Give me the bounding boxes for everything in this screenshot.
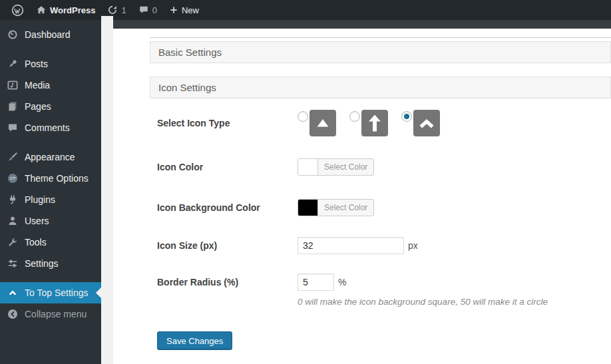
icon-background-color-button-label: Select Color	[318, 200, 373, 216]
users-icon	[7, 216, 19, 227]
icon-type-option-chevron	[401, 110, 440, 136]
triangle-up-icon-preview	[309, 110, 336, 136]
basic-settings-header[interactable]: Basic Settings	[150, 41, 611, 63]
home-icon	[36, 5, 47, 15]
sidebar-item-label: Posts	[25, 59, 48, 69]
sidebar-item-label: Settings	[25, 258, 59, 269]
icon-background-color-swatch	[298, 200, 318, 216]
adminbar-site-link[interactable]: WordPress	[30, 0, 101, 20]
posts-pin-icon	[7, 59, 19, 70]
save-changes-button[interactable]: Save Changes	[157, 331, 232, 350]
sidebar-item-label: Comments	[25, 122, 70, 133]
icon-size-input[interactable]	[298, 237, 404, 254]
collapse-arrow-icon	[7, 309, 19, 320]
adminbar-comments[interactable]: 0	[132, 0, 163, 20]
icon-color-picker-button[interactable]: Select Color	[298, 158, 374, 176]
sidebar-item-label: Pages	[25, 101, 51, 112]
chevron-up-icon	[7, 287, 19, 299]
admin-bar: WordPress 1 0 New	[0, 0, 611, 20]
icon-type-radio-chevron[interactable]	[401, 111, 412, 122]
sidebar-item-to-top-settings[interactable]: To Top Settings	[0, 282, 101, 303]
basic-settings-title: Basic Settings	[158, 47, 222, 58]
new-label: New	[182, 5, 199, 15]
sidebar-item-label: Tools	[25, 237, 47, 248]
border-radius-label: Border Radius (%)	[157, 273, 298, 287]
chevron-up-icon-preview	[413, 110, 440, 136]
accordion-top-border	[150, 37, 611, 38]
wordpress-admin-screen: WordPress 1 0 New Dashboard	[0, 0, 611, 364]
admin-sidebar-menu: Dashboard Posts Media Pages Comments	[0, 20, 101, 364]
border-radius-input[interactable]	[298, 273, 334, 291]
icon-size-suffix: px	[408, 240, 418, 251]
sidebar-item-posts[interactable]: Posts	[0, 53, 101, 75]
icon-settings-title: Icon Settings	[158, 82, 216, 93]
icon-settings-form: Select Icon Type	[157, 110, 611, 350]
icon-settings-header[interactable]: Icon Settings	[150, 77, 611, 98]
pages-icon	[7, 101, 19, 112]
icon-color-row: Icon Color Select Color	[157, 158, 611, 176]
plugins-plug-icon	[7, 194, 19, 206]
sidebar-item-tools[interactable]: Tools	[0, 232, 101, 253]
border-radius-hint: 0 will make the icon background square, …	[298, 297, 548, 307]
icon-type-radio-triangle[interactable]	[298, 111, 308, 122]
sidebar-item-dashboard[interactable]: Dashboard	[0, 24, 101, 45]
sidebar-item-label: Media	[25, 80, 50, 91]
sidebar-item-label: Plugins	[25, 194, 55, 205]
select-icon-type-row: Select Icon Type	[157, 110, 611, 136]
menu-separator	[0, 138, 101, 146]
tools-wrench-icon	[7, 237, 19, 248]
plus-icon	[169, 5, 178, 15]
settings-sliders-icon	[7, 258, 19, 270]
icon-background-color-row: Icon Background Color Select Color	[157, 199, 611, 216]
icon-type-option-triangle	[298, 110, 336, 136]
sidebar-item-plugins[interactable]: Plugins	[0, 189, 101, 210]
adminbar-wp-logo[interactable]	[5, 0, 30, 20]
sidebar-item-users[interactable]: Users	[0, 210, 101, 232]
comments-icon	[7, 122, 19, 134]
icon-background-color-picker-button[interactable]: Select Color	[298, 199, 374, 216]
site-name: WordPress	[50, 5, 95, 15]
sidebar-item-theme-options[interactable]: CT Theme Options	[0, 168, 101, 189]
sidebar-item-media[interactable]: Media	[0, 75, 101, 96]
icon-type-options	[298, 110, 440, 136]
sidebar-item-label: Theme Options	[25, 173, 89, 184]
adminbar-new[interactable]: New	[163, 0, 205, 20]
collapse-menu-button[interactable]: Collapse menu	[0, 303, 101, 325]
settings-page: Basic Settings Icon Settings Select Icon…	[113, 20, 611, 364]
border-radius-input-line: %	[298, 273, 548, 291]
icon-type-radio-arrow[interactable]	[349, 111, 360, 122]
icon-background-color-label: Icon Background Color	[157, 202, 298, 213]
svg-text:CT: CT	[10, 176, 16, 180]
sidebar-item-settings[interactable]: Settings	[0, 253, 101, 274]
theme-options-ct-icon: CT	[7, 173, 19, 184]
update-icon	[107, 5, 118, 15]
arrow-up-icon-preview	[361, 110, 388, 136]
icon-color-button-label: Select Color	[318, 159, 373, 175]
sidebar-item-appearance[interactable]: Appearance	[0, 146, 101, 168]
comment-bubble-icon	[138, 5, 149, 15]
menu-separator	[0, 45, 101, 53]
media-icon	[7, 80, 19, 91]
icon-color-swatch	[298, 159, 318, 175]
icon-size-row: Icon Size (px) px	[157, 237, 611, 254]
content-top-strip	[113, 20, 611, 29]
sidebar-item-label: Users	[25, 216, 49, 226]
update-count: 1	[121, 5, 126, 15]
border-radius-field-group: % 0 will make the icon background square…	[298, 273, 548, 307]
icon-type-option-arrow	[349, 110, 388, 136]
sidebar-item-label: Collapse menu	[25, 309, 87, 319]
sidebar-item-label: Appearance	[25, 152, 75, 162]
dashboard-icon	[7, 29, 19, 41]
border-radius-suffix: %	[338, 277, 346, 287]
sidebar-item-comments[interactable]: Comments	[0, 117, 101, 138]
content-gutter	[101, 16, 113, 364]
border-radius-row: Border Radius (%) % 0 will make the icon…	[157, 273, 611, 307]
icon-color-label: Icon Color	[157, 162, 298, 172]
select-icon-type-label: Select Icon Type	[157, 110, 298, 128]
sidebar-item-label: To Top Settings	[25, 287, 88, 298]
comment-count: 0	[152, 5, 157, 15]
sidebar-item-label: Dashboard	[25, 29, 71, 40]
icon-size-label: Icon Size (px)	[157, 240, 298, 251]
appearance-brush-icon	[7, 152, 19, 163]
sidebar-item-pages[interactable]: Pages	[0, 96, 101, 117]
